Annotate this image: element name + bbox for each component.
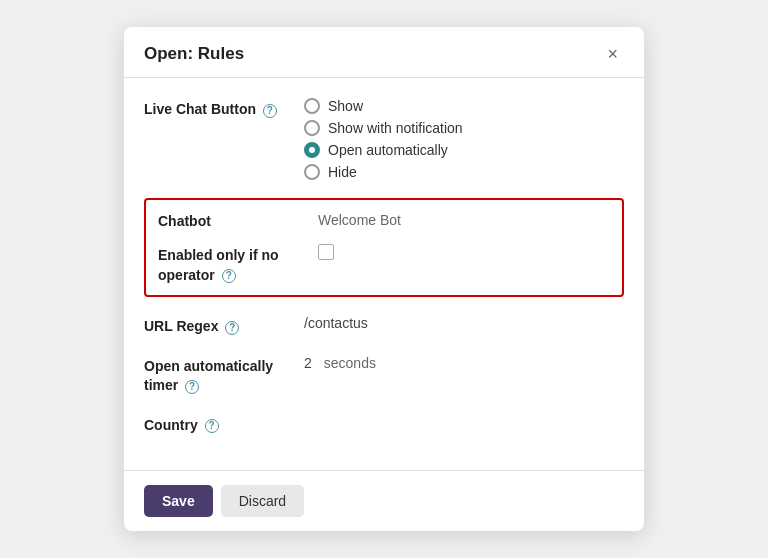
radio-open-automatically-input[interactable] [304,142,320,158]
country-row: Country ? [144,414,624,436]
open-timer-row: Open automatically timer ? 2 seconds [144,355,624,396]
radio-hide[interactable]: Hide [304,164,624,180]
radio-show-input[interactable] [304,98,320,114]
url-regex-help-icon[interactable]: ? [225,321,239,335]
live-chat-button-label: Live Chat Button ? [144,98,304,120]
highlighted-section: Chatbot Welcome Bot Enabled only if no o… [144,198,624,297]
open-timer-unit: seconds [324,355,376,371]
country-label: Country ? [144,414,304,436]
open-timer-content: 2 seconds [304,355,376,371]
chatbot-row: Chatbot Welcome Bot [158,210,610,232]
enabled-only-row: Enabled only if no operator ? [158,244,610,285]
radio-show-notification[interactable]: Show with notification [304,120,624,136]
country-help-icon[interactable]: ? [205,419,219,433]
enabled-only-checkbox[interactable] [318,244,334,260]
enabled-only-checkbox-wrapper [318,244,334,260]
live-chat-button-help-icon[interactable]: ? [263,104,277,118]
chatbot-value: Welcome Bot [318,210,401,228]
radio-show-notification-input[interactable] [304,120,320,136]
dialog-title: Open: Rules [144,44,244,64]
open-timer-label: Open automatically timer ? [144,355,304,396]
radio-show[interactable]: Show [304,98,624,114]
close-button[interactable]: × [601,43,624,65]
dialog-footer: Save Discard [124,470,644,531]
radio-open-automatically[interactable]: Open automatically [304,142,624,158]
radio-hide-input[interactable] [304,164,320,180]
open-timer-help-icon[interactable]: ? [185,380,199,394]
discard-button[interactable]: Discard [221,485,304,517]
enabled-only-help-icon[interactable]: ? [222,269,236,283]
live-chat-button-options: Show Show with notification Open automat… [304,98,624,180]
dialog-body: Live Chat Button ? Show Show with notifi… [124,78,644,469]
dialog-header: Open: Rules × [124,27,644,78]
rules-dialog: Open: Rules × Live Chat Button ? Show Sh… [124,27,644,530]
chatbot-label: Chatbot [158,210,318,232]
url-regex-row: URL Regex ? /contactus [144,315,624,337]
open-timer-value: 2 [304,355,312,371]
enabled-only-label: Enabled only if no operator ? [158,244,318,285]
save-button[interactable]: Save [144,485,213,517]
url-regex-value: /contactus [304,315,368,331]
live-chat-button-row: Live Chat Button ? Show Show with notifi… [144,98,624,180]
url-regex-label: URL Regex ? [144,315,304,337]
